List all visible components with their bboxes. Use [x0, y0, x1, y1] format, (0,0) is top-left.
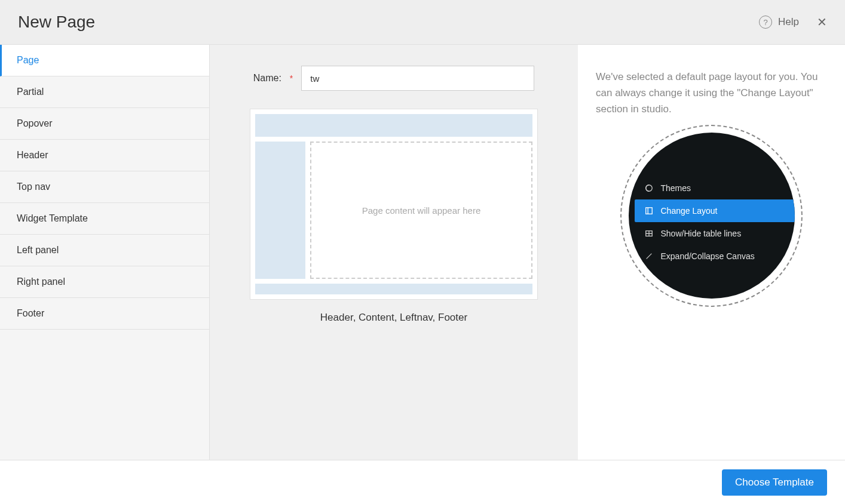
menu-item-label: Show/Hide table lines	[661, 229, 742, 238]
help-icon: ?	[759, 16, 772, 29]
preview-header-region	[255, 114, 532, 137]
dialog-footer: Choose Template	[0, 460, 845, 504]
sidebar-item-page[interactable]: Page	[0, 45, 209, 76]
header-actions: ? Help ✕	[759, 16, 827, 29]
sidebar-item-right-panel[interactable]: Right panel	[0, 266, 209, 298]
content-area: Name: * Page content will appear here He…	[210, 45, 845, 460]
context-menu: Themes Change Layout Show/	[635, 177, 795, 268]
sidebar-item-top-nav[interactable]: Top nav	[0, 171, 209, 203]
right-description: We've selected a default page layout for…	[596, 69, 827, 118]
preview-middle-region: Page content will appear here	[255, 142, 532, 279]
help-button[interactable]: ? Help	[759, 16, 799, 29]
menu-item-label: Themes	[661, 183, 691, 193]
layout-caption: Header, Content, Leftnav, Footer	[320, 312, 467, 324]
sidebar: Page Partial Popover Header Top nav Widg…	[0, 45, 210, 460]
menu-item-label: Expand/Collapse Canvas	[661, 251, 755, 261]
close-icon[interactable]: ✕	[817, 16, 827, 28]
svg-rect-1	[645, 208, 652, 214]
sidebar-item-label: Page	[17, 55, 39, 66]
name-label: Name:	[253, 73, 281, 84]
sidebar-item-header[interactable]: Header	[0, 140, 209, 171]
preview-leftnav-region	[255, 142, 305, 279]
svg-line-6	[646, 254, 651, 259]
right-panel: We've selected a default page layout for…	[578, 45, 845, 460]
sidebar-item-label: Top nav	[17, 182, 50, 192]
sidebar-item-left-panel[interactable]: Left panel	[0, 235, 209, 266]
sidebar-item-label: Partial	[17, 87, 44, 97]
layout-preview: Page content will appear here	[250, 109, 538, 300]
name-row: Name: *	[253, 66, 535, 91]
required-indicator: *	[290, 73, 293, 83]
preview-footer-region	[255, 284, 532, 294]
menu-item-label: Change Layout	[661, 206, 718, 216]
help-label: Help	[778, 16, 799, 28]
sidebar-item-label: Header	[17, 150, 48, 161]
sidebar-item-popover[interactable]: Popover	[0, 108, 209, 140]
sidebar-item-label: Footer	[17, 308, 44, 319]
sidebar-item-label: Popover	[17, 118, 53, 129]
menu-item-table-lines: Show/Hide table lines	[635, 222, 795, 245]
table-icon	[644, 229, 654, 238]
name-input[interactable]	[301, 66, 534, 91]
sidebar-item-label: Widget Template	[17, 213, 88, 224]
menu-item-change-layout: Change Layout	[635, 199, 795, 222]
sidebar-item-partial[interactable]: Partial	[0, 76, 209, 108]
preview-content-region: Page content will appear here	[310, 142, 532, 279]
sidebar-item-label: Left panel	[17, 245, 59, 256]
page-title: New Page	[18, 13, 759, 32]
choose-template-button[interactable]: Choose Template	[722, 469, 827, 496]
dialog-header: New Page ? Help ✕	[0, 0, 845, 45]
main-content: Page Partial Popover Header Top nav Widg…	[0, 45, 845, 460]
sidebar-item-footer[interactable]: Footer	[0, 298, 209, 330]
theme-icon	[644, 183, 654, 193]
expand-icon	[644, 251, 654, 261]
circle-preview: Themes Change Layout Show/	[620, 125, 803, 307]
layout-icon	[644, 206, 654, 216]
sidebar-item-widget-template[interactable]: Widget Template	[0, 203, 209, 235]
menu-item-expand-canvas: Expand/Collapse Canvas	[635, 245, 795, 268]
content-main: Name: * Page content will appear here He…	[210, 45, 578, 460]
circle-inner: Themes Change Layout Show/	[629, 133, 795, 299]
preview-placeholder: Page content will appear here	[362, 205, 480, 216]
menu-item-themes: Themes	[635, 177, 795, 199]
sidebar-item-label: Right panel	[17, 276, 65, 287]
